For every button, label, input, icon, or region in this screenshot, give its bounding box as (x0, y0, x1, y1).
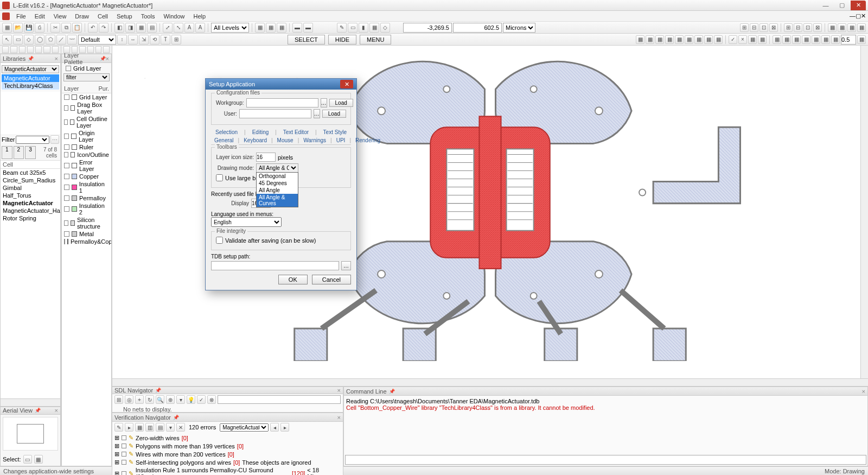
pin-icon[interactable]: 📌 (28, 56, 34, 61)
curve-icon[interactable]: 〰 (67, 35, 77, 45)
snap-2-icon[interactable]: ⊟ (794, 23, 802, 32)
cut-icon[interactable]: ✂ (50, 23, 60, 33)
menu-window[interactable]: Window (159, 12, 189, 21)
d2-icon[interactable]: ↔ (128, 35, 138, 45)
tab-keyboard[interactable]: Keyboard (240, 136, 270, 144)
d1-icon[interactable]: ↕ (117, 35, 127, 45)
ver-next-icon[interactable]: ▸ (280, 423, 289, 432)
ver-b6-icon[interactable]: ▾ (166, 423, 175, 432)
g3-icon[interactable]: ▦ (655, 35, 664, 44)
g5-icon[interactable]: ▦ (675, 35, 684, 44)
cell-item[interactable]: Half_Torus (1, 192, 60, 199)
lt4-icon[interactable] (27, 46, 34, 53)
menu-draw[interactable]: Draw (71, 12, 93, 21)
user-load[interactable]: Load (322, 110, 346, 118)
layer-row[interactable]: Error Layer (62, 159, 111, 173)
doc-minimize-button[interactable]: — (850, 12, 856, 20)
g1-icon[interactable]: ▦ (636, 35, 644, 44)
j1-icon[interactable]: ▦ (857, 35, 866, 44)
align-3-icon[interactable]: ⊡ (760, 23, 768, 32)
snap-1-icon[interactable]: ⊞ (784, 23, 793, 32)
maximize-button[interactable]: ▢ (834, 1, 850, 10)
sel1-icon[interactable]: ▭ (23, 455, 32, 464)
doc-maximize-button[interactable]: ▢ (856, 12, 861, 20)
ver-prev-icon[interactable]: ◂ (270, 423, 279, 432)
minimize-button[interactable]: — (818, 1, 833, 10)
close-panel-icon[interactable]: × (55, 407, 58, 414)
rect-icon[interactable]: ▭ (348, 23, 358, 33)
layer-row[interactable]: Icon/Outline (62, 151, 111, 159)
layer-row[interactable]: Silicon structure (62, 216, 111, 230)
filter-select[interactable] (16, 136, 49, 144)
user-browse[interactable]: … (314, 109, 320, 118)
zoom-in-icon[interactable]: ⤢ (163, 23, 173, 33)
lib-tab-2[interactable]: 2 (14, 146, 24, 159)
doc-close-button[interactable]: ✕ (861, 12, 866, 20)
tdb-input[interactable] (211, 261, 339, 270)
h1-icon[interactable]: ✓ (729, 35, 737, 44)
validate-checkbox[interactable] (216, 237, 223, 244)
shape-1-icon[interactable]: ◇ (24, 35, 34, 45)
hatch-icon[interactable]: ▦ (369, 23, 379, 33)
ver-b2-icon[interactable]: ▸ (125, 423, 133, 432)
expand-icon[interactable]: ⊞ (114, 442, 119, 449)
ok-button[interactable]: OK (278, 275, 308, 284)
sdl-b3-icon[interactable]: + (135, 395, 144, 404)
tool-b-icon[interactable]: ◨ (125, 23, 135, 33)
mt6-icon[interactable] (103, 46, 110, 53)
layer-row[interactable]: Origin Layer (62, 129, 111, 143)
tab-textstyle[interactable]: Text Style (320, 128, 350, 136)
opt-45[interactable]: 45 Degrees (257, 180, 298, 187)
layer-row[interactable]: Ruler (62, 143, 111, 151)
menu-cell[interactable]: Cell (93, 12, 112, 21)
shape-2-icon[interactable]: ◯ (35, 35, 44, 45)
opt-allangle-curves[interactable]: All Angle & Curves (257, 194, 298, 207)
i6-icon[interactable]: ▦ (821, 35, 830, 44)
text-icon[interactable]: T (161, 35, 170, 45)
layer-checkbox[interactable] (64, 231, 69, 237)
expand-icon[interactable]: ⊞ (114, 434, 119, 441)
menu-help[interactable]: Help (189, 12, 210, 21)
cell-item[interactable]: Circle_Sum_Radius (1, 176, 60, 184)
sdl-b9-icon[interactable]: ✓ (197, 395, 206, 404)
pin-icon[interactable]: 📌 (100, 56, 106, 61)
box-icon[interactable]: ▭ (13, 35, 23, 45)
coord-x[interactable] (403, 23, 452, 33)
ver-b4-icon[interactable]: ▥ (145, 423, 154, 432)
cancel-button[interactable]: Cancel (312, 275, 351, 284)
sdl-b8-icon[interactable]: 💡 (187, 395, 195, 404)
grid-a-icon[interactable]: ▦ (255, 23, 265, 33)
zoom-out-icon[interactable]: ⤡ (174, 23, 183, 33)
new-icon[interactable]: ▦ (2, 23, 12, 33)
lib-item-techlib[interactable]: TechLibrary4Class (2, 82, 59, 90)
layer-checkbox[interactable] (64, 206, 69, 212)
vscrollbar[interactable] (860, 46, 868, 378)
print-icon[interactable]: ⎙ (35, 23, 44, 33)
lt3-icon[interactable] (19, 46, 25, 53)
layer-row[interactable]: Insulation 2 (62, 202, 111, 216)
library-select[interactable]: MagneticActuator (2, 65, 59, 73)
fill-icon[interactable]: ▮ (359, 23, 368, 33)
sdl-b2-icon[interactable]: ◎ (125, 395, 133, 404)
layer-row[interactable]: Insulation 1 (62, 180, 111, 194)
cell-item[interactable]: Beam cut 325x5 (1, 169, 60, 176)
rval-input[interactable] (841, 35, 856, 45)
sdl-input[interactable] (218, 395, 341, 404)
d4-icon[interactable]: ⟲ (150, 35, 159, 45)
g2-icon[interactable]: ▦ (646, 35, 654, 44)
g4-icon[interactable]: ▦ (665, 35, 674, 44)
layer-checkbox[interactable] (64, 163, 69, 168)
grid-checkbox[interactable] (66, 66, 71, 71)
g8-icon[interactable]: ▦ (704, 35, 713, 44)
dist-4-icon[interactable]: ▦ (857, 23, 866, 32)
close-button[interactable]: ✕ (851, 1, 866, 10)
cell-item-active[interactable]: MagneticActuator (1, 199, 60, 207)
opt-orthogonal[interactable]: Orthogonal (257, 173, 298, 180)
filter-btn-icon[interactable]: ⋯ (50, 135, 59, 144)
i3-icon[interactable]: ▦ (792, 35, 801, 44)
layer-checkbox[interactable] (64, 185, 69, 190)
ver-rule[interactable]: ⊞✎Polygons with more than 199 vertices [… (114, 442, 341, 450)
tdb-browse[interactable]: … (341, 261, 351, 270)
tab-upi[interactable]: UPI (333, 136, 349, 144)
menu-view[interactable]: View (49, 12, 71, 21)
